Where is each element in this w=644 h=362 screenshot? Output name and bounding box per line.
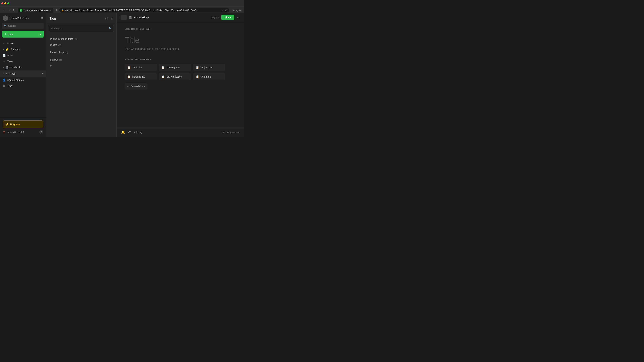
tags-search-icon: 🔍	[109, 27, 112, 30]
template-icon: 📋	[127, 66, 131, 69]
tag-count: (1)	[66, 51, 68, 54]
notebook-icon: 📓	[129, 16, 132, 19]
sidebar-item-trash[interactable]: 🗑 Trash	[0, 83, 46, 89]
shared-icon: 👤	[3, 78, 6, 81]
chevron-right-icon: ▶	[3, 48, 4, 50]
sidebar-item-label: Home	[8, 42, 43, 44]
more-options-button[interactable]: ···	[236, 15, 240, 20]
tag-count: (3)	[75, 38, 77, 40]
help-icon: ❓	[3, 131, 5, 133]
forward-button[interactable]: →	[8, 8, 12, 12]
note-title[interactable]: Title	[124, 35, 236, 45]
sidebar-item-notebooks[interactable]: ▶ 📓 Notebooks	[0, 64, 46, 70]
template-meeting[interactable]: 📋 Meeting note	[159, 64, 191, 71]
tags-list: @john @jane @grace (3) @sam (1) Please c…	[46, 34, 116, 137]
chevron-right-icon: ▶	[3, 73, 4, 75]
content-footer: 🔔 🏷 Add tag All changes saved	[116, 128, 244, 137]
only-you-label: Only you	[211, 16, 219, 19]
sidebar-item-label: Shared with Me	[8, 79, 43, 81]
new-tab-button[interactable]: +	[54, 8, 59, 13]
tags-search-input[interactable]	[51, 27, 107, 30]
sidebar-item-tags[interactable]: ▶ 🏷 Tags +	[0, 70, 46, 77]
minimize-window-button[interactable]	[4, 2, 6, 4]
note-body: Last edited on Feb 3, 2024 Title Start w…	[116, 22, 244, 128]
settings-button[interactable]: ⚙	[40, 16, 43, 20]
address-bar[interactable]: 🔒 evernote.com/client/web?_sourcePage=ze…	[59, 8, 230, 12]
template-add-more[interactable]: 📋 Add more	[193, 73, 225, 80]
tags-search-field[interactable]: 🔍	[49, 25, 114, 32]
template-project[interactable]: 📋 Project plan	[193, 64, 225, 71]
gallery-row: ··· Open Gallery	[124, 82, 236, 90]
tab-favicon: E	[20, 9, 22, 11]
notes-icon: 📄	[3, 54, 6, 57]
help-label: Need a little help?	[7, 131, 24, 133]
app-layout: L Lauren Dale Deli ▾ ⚙ 🔍 Search + New ▾ …	[0, 13, 244, 137]
share-button[interactable]: Share	[221, 15, 234, 20]
sidebar-item-shared[interactable]: 👤 Shared with Me	[0, 77, 46, 83]
list-item[interactable]: @john @jane @grace (3)	[46, 36, 116, 42]
new-button-label: New	[8, 33, 37, 36]
notebooks-icon: 📓	[6, 66, 9, 69]
active-tab[interactable]: E First Notebook - Evernote ✕	[18, 8, 54, 13]
browser-chrome	[0, 0, 244, 7]
trash-icon: 🗑	[3, 84, 6, 87]
close-window-button[interactable]	[1, 2, 3, 4]
sidebar-item-label: Shortcuts	[10, 48, 43, 51]
tags-actions: 🏷 ↕	[104, 16, 113, 21]
divider	[38, 32, 39, 36]
help-row[interactable]: ❓ Need a little help? ❮	[3, 130, 43, 134]
template-label: Add more	[201, 75, 211, 78]
username: Lauren Dale Deli	[10, 17, 27, 19]
add-tag-footer-button[interactable]: 🏷	[128, 130, 132, 135]
tag-name: @sam	[50, 43, 57, 46]
chevron-right-icon: ▶	[3, 66, 4, 68]
maximize-window-button[interactable]	[8, 2, 10, 4]
add-tag-label[interactable]: Add tag	[134, 131, 142, 134]
add-tag-button[interactable]: +	[42, 72, 43, 75]
new-arrow-icon: ▾	[40, 33, 41, 35]
tag-name: Please check	[50, 51, 64, 54]
tags-title: Tags	[50, 16, 56, 20]
note-body-placeholder[interactable]: Start writing, drag files or start from …	[124, 47, 236, 50]
tag-name: thanks!	[50, 58, 58, 61]
shortcuts-icon: ⭐	[6, 48, 9, 51]
template-label: Reading list	[132, 75, 144, 78]
sidebar-item-label: Trash	[8, 85, 43, 87]
collapse-button[interactable]: ❮	[39, 130, 43, 134]
tab-close-button[interactable]: ✕	[50, 9, 52, 11]
tags-panel: Tags 🏷 ↕ 🔍 @john @jane @grace (3) @sam (…	[46, 13, 116, 137]
upgrade-label: Upgrade	[10, 123, 20, 126]
new-tag-button[interactable]: 🏷	[104, 16, 109, 21]
template-icon: 📋	[162, 66, 165, 69]
list-item[interactable]: @sam (1)	[46, 42, 116, 48]
template-daily[interactable]: 📋 Daily reflection	[159, 73, 191, 80]
sort-tags-button[interactable]: ↕	[110, 16, 113, 21]
search-button[interactable]: 🔍 Search	[2, 23, 44, 29]
sidebar-item-tasks[interactable]: ✓ Tasks	[0, 58, 46, 64]
list-item[interactable]: Please check (1)	[46, 49, 116, 55]
sidebar-navigation: ⌂ Home ▶ ⭐ Shortcuts 📄 Notes ✓ Tasks ▶ 📓…	[0, 40, 46, 118]
search-icon: 🔍	[4, 24, 7, 27]
sidebar-item-home[interactable]: ⌂ Home	[0, 40, 46, 46]
template-todo[interactable]: 📋 To-do list	[124, 64, 157, 71]
hash-tag-item[interactable]: #	[46, 63, 116, 69]
tasks-icon: ✓	[3, 60, 6, 63]
reload-button[interactable]: ↻	[12, 8, 16, 12]
upgrade-button[interactable]: ⚡ Upgrade	[3, 120, 43, 128]
user-menu[interactable]: L Lauren Dale Deli ▾	[3, 15, 29, 21]
new-button[interactable]: + New ▾	[2, 31, 44, 37]
template-icon: 📋	[196, 75, 199, 78]
reminder-button[interactable]: 🔔	[120, 130, 126, 135]
sidebar: L Lauren Dale Deli ▾ ⚙ 🔍 Search + New ▾ …	[0, 13, 46, 137]
sidebar-item-shortcuts[interactable]: ▶ ⭐ Shortcuts	[0, 46, 46, 52]
list-item[interactable]: thanks! (1)	[46, 57, 116, 63]
home-icon: ⌂	[3, 42, 6, 45]
saved-status: All changes saved	[222, 131, 240, 134]
back-button[interactable]: ←	[2, 8, 6, 12]
open-gallery-button[interactable]: ··· Open Gallery	[124, 83, 148, 90]
template-icon: 📋	[196, 66, 199, 69]
template-reading[interactable]: 📋 Reading list	[124, 73, 157, 80]
sidebar-item-notes[interactable]: 📄 Notes	[0, 52, 46, 58]
content-header: 📓 First Notebook Only you Share ···	[116, 13, 244, 22]
incognito-label: Incognito	[232, 9, 242, 11]
